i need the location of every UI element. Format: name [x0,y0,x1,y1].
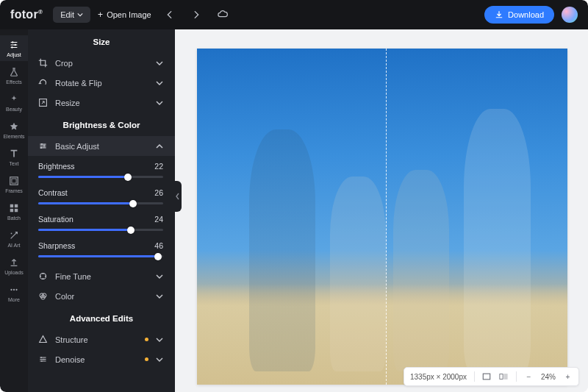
panel-row-fine-tune[interactable]: Fine Tune [28,266,175,286]
svg-rect-7 [10,209,13,212]
rail-label: Batch [7,215,21,221]
slider-track[interactable] [38,255,163,257]
svg-point-10 [10,289,12,291]
photo-figure [464,109,531,371]
panel-row-color[interactable]: Color [28,286,175,306]
rail-item-adjust[interactable]: Adjust [0,35,28,61]
flask-icon [9,67,19,77]
chevron-left-icon [176,193,180,200]
row-label: Crop [55,59,148,68]
svg-point-9 [11,233,12,235]
svg-point-23 [41,360,43,362]
edit-dropdown[interactable]: Edit [53,7,90,23]
separator [474,371,475,382]
star-icon [9,121,19,132]
rail-item-frames[interactable]: Frames [0,171,28,197]
photo-figure [249,129,316,371]
svg-rect-25 [500,374,503,379]
cloud-button[interactable] [215,10,231,20]
brand-text: fotor [10,8,38,21]
topbar: fotor® Edit + Open Image Download [0,0,588,29]
rail-item-uploads[interactable]: Uploads [0,253,28,279]
text-icon [9,149,19,159]
zoom-in-button[interactable]: + [563,372,573,382]
rail-item-effects[interactable]: Effects [0,63,28,88]
slider-label: Brightness [38,162,75,171]
rail-item-text[interactable]: Text [0,144,28,170]
panel-row-crop[interactable]: Crop [28,53,175,73]
edit-label: Edit [60,10,74,19]
slider-track[interactable] [38,202,163,204]
slider-track[interactable] [38,229,163,231]
open-image-label: Open Image [107,10,151,19]
tool-rail: AdjustEffectsBeautyElementsTextFramesBat… [0,29,28,392]
resize-icon [38,98,48,107]
panel-row-structure[interactable]: Structure [28,329,175,349]
row-label: Rotate & Flip [55,79,148,88]
redo-button[interactable] [188,10,204,20]
svg-point-21 [40,357,42,358]
rail-item-ai-art[interactable]: AI Art [0,226,28,252]
section-title-advanced: Advanced Edits [28,306,175,329]
basic-adjust-row[interactable]: Basic Adjust [28,136,175,156]
slider-value: 24 [154,215,163,224]
slider-sharpness: Sharpness46 [28,235,175,262]
rail-item-beauty[interactable]: Beauty [0,90,28,115]
rail-label: AI Art [7,243,20,248]
rail-item-more[interactable]: More [0,280,28,306]
basic-adjust-icon [38,141,48,151]
rail-item-elements[interactable]: Elements [0,117,28,143]
slider-thumb[interactable] [124,174,132,181]
upload-icon [9,257,19,268]
svg-point-2 [11,46,12,48]
photo-figure [393,170,449,371]
chevron-down-icon [156,336,163,343]
avatar[interactable] [562,7,578,23]
rail-label: Uploads [4,270,24,275]
cloud-icon [218,10,228,20]
canvas[interactable] [197,49,567,385]
row-label: Color [55,292,148,301]
slider-fill [38,255,158,257]
compare-button[interactable] [499,372,509,382]
chevron-down-icon [156,273,163,280]
chevron-down-icon [156,99,163,107]
slider-track[interactable] [38,176,163,178]
chevron-down-icon [156,293,163,300]
section-title-size: Size [28,29,175,53]
rail-item-batch[interactable]: Batch [0,199,28,224]
panel-row-resize[interactable]: Resize [28,93,175,113]
panel-row-denoise[interactable]: Denoise [28,349,175,369]
svg-rect-3 [10,177,18,185]
slider-thumb[interactable] [127,227,135,234]
arrow-right-icon [191,10,201,20]
separator [516,371,517,382]
svg-point-22 [43,359,45,360]
svg-point-11 [13,289,15,291]
slider-fill [38,202,133,204]
panel-row-rotate-flip[interactable]: Rotate & Flip [28,73,175,93]
chevron-down-icon [156,79,163,87]
zoom-out-button[interactable]: − [524,372,534,382]
slider-value: 22 [154,162,163,171]
download-button[interactable]: Download [484,6,554,24]
status-bar: 1335px × 2000px − 24% + [404,367,579,386]
undo-button[interactable] [162,10,178,20]
crop-icon [38,58,48,68]
sliders-icon [9,40,19,50]
status-dot-icon [145,357,148,361]
svg-point-1 [15,44,16,46]
canvas-dimensions: 1335px × 2000px [410,373,467,381]
fit-screen-button[interactable] [482,372,492,382]
brand-logo[interactable]: fotor® [10,8,43,21]
panel-collapse-handle[interactable] [174,181,182,212]
slider-thumb[interactable] [154,253,162,260]
photo-figure [330,177,386,371]
slider-thumb[interactable] [129,200,137,207]
compare-divider[interactable] [386,49,387,385]
row-label: Denoise [55,355,137,364]
svg-rect-5 [10,204,13,207]
slider-label: Saturation [38,215,74,224]
finetune-icon [38,271,48,281]
open-image-button[interactable]: + Open Image [98,10,151,20]
